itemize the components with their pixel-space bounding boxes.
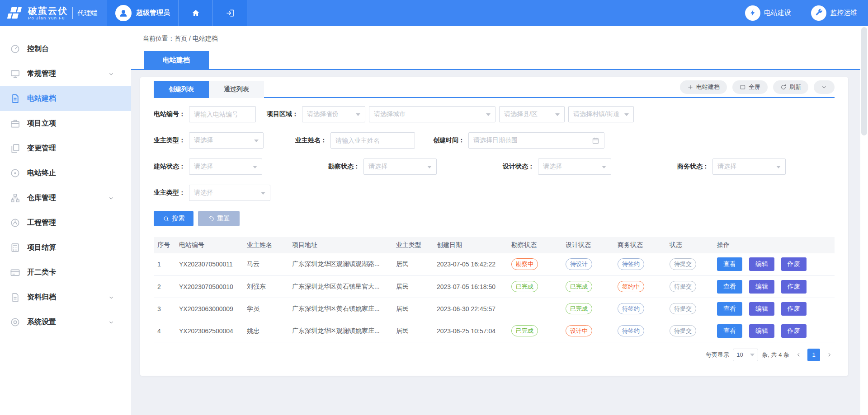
column-header: 业主类型 [392,237,433,253]
sidebar-item[interactable]: 常规管理 [0,61,131,86]
sidebar-item[interactable]: 项目立项 [0,111,131,136]
caret-down-icon [254,140,259,145]
province-select[interactable]: 请选择省份 [302,106,365,122]
person-icon [118,8,128,18]
sidebar-item[interactable]: 工程管理 [0,210,131,235]
table-header-row: 序号电站编号业主姓名项目地址业主类型创建日期勘察状态设计状态商务状态状态操作 [154,237,835,253]
page-tab[interactable]: 电站建档 [144,51,209,69]
county-select[interactable]: 请选择县/区 [499,106,565,122]
column-header: 创建日期 [433,237,508,253]
design-status-badge: 已完成 [566,281,592,293]
home-button[interactable] [179,0,213,26]
tab[interactable]: 创建列表 [154,81,209,98]
cell-index: 1 [154,253,175,275]
sidebar-item[interactable]: 系统设置 [0,310,131,335]
sidebar-item[interactable]: 资料归档 [0,285,131,310]
invalidate-button[interactable]: 作废 [781,302,807,316]
header-nav-item[interactable]: 监控运维 [811,5,857,21]
home-icon [191,9,200,18]
build-status-label: 建站状态： [154,163,185,171]
date-range-input[interactable]: 请选择日期范围 [468,132,604,149]
search-button[interactable]: 搜索 [154,211,193,226]
edit-button[interactable]: 编辑 [749,302,774,316]
header-nav-label: 电站建设 [764,9,791,17]
logout-button[interactable] [213,0,247,26]
invalidate-button[interactable]: 作废 [781,257,807,271]
copy-icon [10,143,20,154]
toolbar-button[interactable] [814,80,835,94]
cell-create-date: 2023-07-05 16:18:50 [433,275,508,298]
panel-tabs-row: 创建列表通过列表 电站建档 全屏 刷新 [154,77,835,98]
page-size-select[interactable]: 10 [733,349,758,361]
caret-down-icon [602,166,606,171]
sidebar-item[interactable]: 变更管理 [0,136,131,161]
cell-index: 2 [154,275,175,298]
prev-page-button[interactable] [793,349,804,361]
toolbar-button[interactable]: 刷新 [773,80,808,94]
sidebar-item[interactable]: 开二类卡 [0,260,131,285]
sidebar-item[interactable]: 项目结算 [0,235,131,260]
total-count-label: 条, 共 4 条 [762,351,789,359]
reset-button[interactable]: 重置 [198,211,240,226]
scrollbar[interactable] [860,26,868,415]
app-subtitle: Po Jian Yun Fu [28,16,68,20]
cell-address: 广东深圳龙华区观澜镇观湖路... [288,253,392,275]
owner-name-label: 业主姓名： [295,136,327,145]
survey-status-label: 勘察状态： [328,163,360,171]
chevron-down-icon [108,71,114,77]
city-select[interactable]: 请选择城市 [369,106,495,122]
sidebar-item[interactable]: 电站终止 [0,161,131,186]
edit-button[interactable]: 编辑 [749,280,774,294]
design-status-badge: 设计中 [566,325,592,337]
build-status-select[interactable]: 请选择 [189,159,262,175]
owner-type2-label: 业主类型： [154,189,185,197]
toolbar-button[interactable]: 全屏 [732,80,768,94]
business-status-badge: 签约中 [618,281,644,293]
owner-type-select[interactable]: 请选择 [189,132,264,149]
tab[interactable]: 通过列表 [209,81,264,98]
invalidate-button[interactable]: 作废 [781,324,807,338]
view-button[interactable]: 查看 [717,324,742,338]
sidebar-item[interactable]: 电站建档 [0,86,131,111]
document-icon [10,93,20,104]
owner-type2-select[interactable]: 请选择 [189,185,270,201]
status-badge: 待提交 [670,303,696,315]
column-header: 项目地址 [288,237,392,253]
header-nav-item[interactable]: 电站建设 [745,5,791,21]
design-status-select[interactable]: 请选择 [538,159,611,175]
invalidate-button[interactable]: 作废 [781,280,807,294]
edit-button[interactable]: 编辑 [749,324,774,338]
refresh-icon [780,84,787,90]
cell-owner-type: 居民 [392,298,433,320]
user-menu[interactable]: 超级管理员 [107,0,179,26]
town-select[interactable]: 请选择村镇/街道 [568,106,634,122]
business-status-select[interactable]: 请选择 [712,159,786,175]
survey-status-select[interactable]: 请选择 [363,159,437,175]
view-button[interactable]: 查看 [717,257,742,271]
cell-address: 广东深圳龙华区黄石镇姚家庄... [288,298,392,320]
owner-name-input[interactable] [330,132,415,149]
sidebar-item[interactable]: 仓库管理 [0,186,131,210]
next-page-button[interactable] [824,349,835,361]
sidebar-item-label: 变更管理 [27,144,56,153]
toolbar-button[interactable]: 电站建档 [680,80,727,94]
region-label: 项目区域： [267,110,298,118]
breadcrumb: 当前位置：首页 / 电站建档 [143,35,868,43]
calendar-icon [592,137,599,145]
view-button[interactable]: 查看 [717,280,742,294]
monitor-icon [10,69,20,79]
view-button[interactable]: 查看 [717,302,742,316]
edit-button[interactable]: 编辑 [749,257,774,271]
sidebar-item[interactable]: 控制台 [0,37,131,61]
current-page[interactable]: 1 [807,349,820,361]
scrollbar-thumb[interactable] [861,27,867,135]
sidebar-item-label: 工程管理 [27,218,56,228]
caret-down-icon [555,113,560,118]
station-code-input[interactable] [189,106,256,122]
chevron-down-icon [108,195,114,201]
chevron-down-icon [108,319,114,326]
caret-down-icon [356,113,360,118]
sidebar-item-label: 资料归档 [27,293,56,302]
calculator-icon [10,242,20,253]
status-badge: 待提交 [670,258,696,270]
